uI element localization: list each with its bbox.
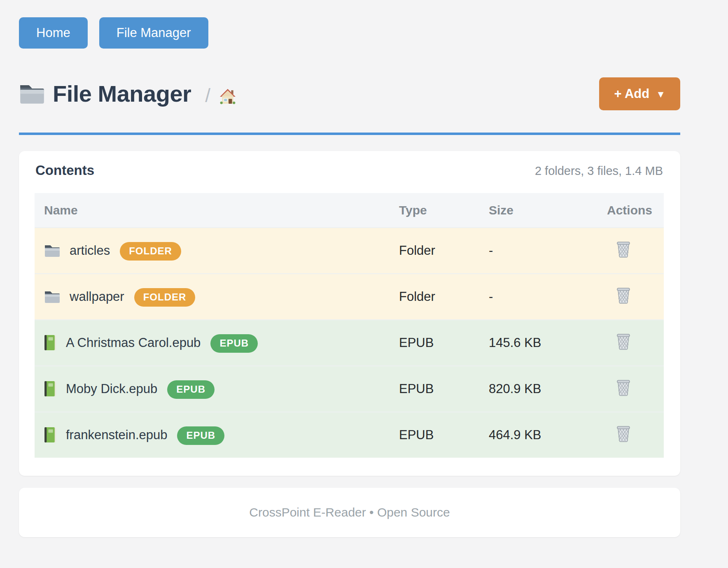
actions-cell bbox=[593, 379, 664, 399]
delete-button[interactable] bbox=[616, 240, 631, 258]
table-body: articles FOLDER Folder - bbox=[35, 227, 664, 458]
column-header-actions: Actions bbox=[593, 203, 664, 217]
trash-icon bbox=[616, 299, 631, 305]
name-cell: frankenstein.epub EPUB bbox=[35, 426, 399, 445]
breadcrumb-separator: / bbox=[205, 84, 210, 107]
delete-button[interactable] bbox=[616, 333, 631, 350]
trash-icon bbox=[616, 253, 631, 259]
row-name-link[interactable]: Moby Dick.epub bbox=[66, 382, 157, 396]
footer-text: CrossPoint E-Reader • Open Source bbox=[249, 505, 450, 519]
table-row: frankenstein.epub EPUB EPUB 464.9 KB bbox=[35, 412, 664, 458]
nav-file-manager-button[interactable]: File Manager bbox=[99, 17, 208, 49]
size-cell: 145.6 KB bbox=[489, 335, 593, 350]
title-divider bbox=[19, 133, 680, 135]
table-row: A Christmas Carol.epub EPUB EPUB 145.6 K… bbox=[35, 319, 664, 365]
actions-cell bbox=[593, 240, 664, 261]
breadcrumb: / bbox=[205, 83, 236, 105]
name-cell: wallpaper FOLDER bbox=[35, 288, 399, 306]
folder-icon bbox=[44, 244, 61, 258]
footer-card: CrossPoint E-Reader • Open Source bbox=[19, 488, 680, 537]
file-table: Name Type Size Actions bbox=[35, 193, 664, 458]
column-header-size: Size bbox=[489, 203, 593, 217]
name-cell: Moby Dick.epub EPUB bbox=[35, 380, 399, 398]
row-name-link[interactable]: A Christmas Carol.epub bbox=[66, 335, 201, 350]
type-cell: EPUB bbox=[399, 382, 489, 396]
column-header-name: Name bbox=[35, 203, 399, 217]
type-badge: EPUB bbox=[167, 380, 215, 399]
book-icon bbox=[44, 381, 57, 397]
table-header-row: Name Type Size Actions bbox=[35, 193, 664, 227]
trash-icon bbox=[616, 437, 631, 443]
contents-summary: 2 folders, 3 files, 1.4 MB bbox=[535, 164, 663, 178]
actions-cell bbox=[593, 286, 664, 307]
size-cell: 820.9 KB bbox=[489, 382, 593, 396]
folder-icon bbox=[44, 290, 61, 304]
type-badge: EPUB bbox=[210, 334, 258, 353]
type-badge: FOLDER bbox=[134, 288, 196, 307]
page: Home File Manager File Manager / bbox=[0, 0, 728, 537]
type-badge: FOLDER bbox=[120, 242, 181, 261]
type-cell: Folder bbox=[399, 243, 489, 258]
table-row: articles FOLDER Folder - bbox=[35, 227, 664, 273]
nav-home-button[interactable]: Home bbox=[19, 17, 88, 49]
home-icon[interactable] bbox=[219, 88, 236, 104]
page-header: File Manager / + A bbox=[19, 77, 680, 110]
row-name-link[interactable]: frankenstein.epub bbox=[66, 428, 167, 442]
delete-button[interactable] bbox=[616, 379, 631, 396]
column-header-type: Type bbox=[399, 203, 489, 217]
add-button[interactable]: + Add ▼ bbox=[599, 77, 680, 110]
type-cell: EPUB bbox=[399, 428, 489, 442]
name-cell: articles FOLDER bbox=[35, 242, 399, 260]
top-nav: Home File Manager bbox=[19, 17, 680, 49]
delete-button[interactable] bbox=[616, 425, 631, 442]
contents-card-header: Contents 2 folders, 3 files, 1.4 MB bbox=[35, 163, 664, 178]
trash-icon bbox=[616, 345, 631, 351]
size-cell: - bbox=[489, 243, 593, 258]
book-icon bbox=[44, 335, 57, 351]
title-group: File Manager / bbox=[19, 82, 236, 105]
type-badge: EPUB bbox=[177, 426, 224, 445]
add-button-label: + Add bbox=[614, 86, 649, 101]
size-cell: - bbox=[489, 289, 593, 304]
type-cell: Folder bbox=[399, 289, 489, 304]
name-cell: A Christmas Carol.epub EPUB bbox=[35, 334, 399, 352]
actions-cell bbox=[593, 333, 664, 353]
actions-cell bbox=[593, 425, 664, 445]
row-name-link[interactable]: articles bbox=[70, 243, 110, 258]
size-cell: 464.9 KB bbox=[489, 428, 593, 442]
page-title: File Manager bbox=[53, 82, 191, 105]
trash-icon bbox=[616, 391, 631, 397]
contents-card: Contents 2 folders, 3 files, 1.4 MB Name… bbox=[19, 151, 680, 476]
folder-icon bbox=[19, 83, 45, 105]
table-row: Moby Dick.epub EPUB EPUB 820.9 KB bbox=[35, 365, 664, 412]
type-cell: EPUB bbox=[399, 335, 489, 350]
row-name-link[interactable]: wallpaper bbox=[70, 289, 124, 304]
caret-down-icon: ▼ bbox=[656, 89, 665, 100]
contents-heading: Contents bbox=[35, 163, 94, 178]
table-row: wallpaper FOLDER Folder - bbox=[35, 273, 664, 319]
delete-button[interactable] bbox=[616, 286, 631, 304]
book-icon bbox=[44, 427, 57, 443]
